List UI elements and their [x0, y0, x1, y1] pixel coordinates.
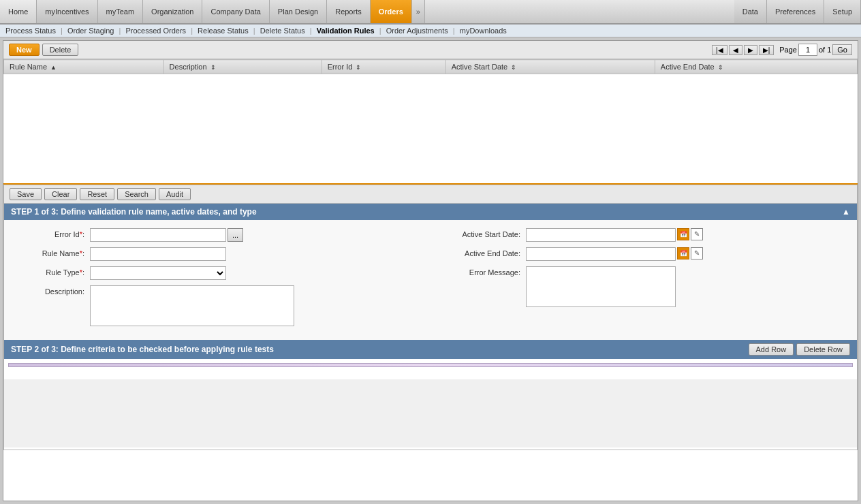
description-row: Description: — [15, 285, 424, 326]
pagination: |◀ ◀ ▶ ▶| Page of 1 Go — [712, 44, 852, 56]
top-nav: HomemyIncentivesmyTeamOrganizationCompan… — [0, 0, 861, 25]
subnav-item-delete-status[interactable]: Delete Status — [260, 27, 305, 35]
col-error-id[interactable]: Error Id ⇕ — [322, 60, 445, 74]
active-start-date-label: Active Start Date: — [437, 228, 526, 238]
clear-button[interactable]: Clear — [44, 188, 77, 200]
subnav-item-order-staging[interactable]: Order Staging — [67, 27, 114, 35]
step2-header: STEP 2 of 3: Define criteria to be check… — [4, 340, 857, 359]
form-scroll-area[interactable]: Save Clear Reset Search Audit STEP 1 of … — [3, 185, 858, 450]
col-rule-name[interactable]: Rule Name ▲ — [4, 60, 164, 74]
step2-content — [4, 359, 857, 379]
table-body — [4, 74, 858, 183]
nav-tabs-left: HomemyIncentivesmyTeamOrganizationCompan… — [0, 0, 412, 23]
nav-tab-myteam[interactable]: myTeam — [98, 0, 144, 23]
go-button[interactable]: Go — [832, 44, 852, 55]
col-active-end-date[interactable]: Active End Date ⇕ — [655, 60, 857, 74]
rule-type-label: Rule Type*: — [15, 266, 90, 277]
table-toolbar: New Delete |◀ ◀ ▶ ▶| Page of 1 Go — [3, 41, 858, 59]
save-button[interactable]: Save — [10, 188, 42, 200]
error-id-browse-button[interactable]: ... — [228, 228, 243, 242]
active-start-date-input[interactable] — [526, 228, 676, 242]
error-id-row: Error Id*: ... — [15, 228, 424, 242]
audit-button[interactable]: Audit — [159, 188, 191, 200]
nav-tab-plan-design[interactable]: Plan Design — [270, 0, 327, 23]
next-page-button[interactable]: ▶ — [744, 45, 757, 55]
page-input[interactable] — [798, 44, 817, 56]
error-id-label: Error Id*: — [15, 228, 90, 238]
active-end-date-row: Active End Date: 📅 ✎ — [437, 247, 846, 261]
first-page-button[interactable]: |◀ — [712, 45, 727, 55]
description-label: Description: — [15, 285, 90, 296]
form-columns: Error Id*: ... Rule Name*: — [15, 228, 846, 332]
error-message-textarea[interactable] — [526, 266, 676, 307]
of-label: of 1 — [819, 46, 831, 54]
data-table: Rule Name ▲Description ⇕Error Id ⇕Active… — [3, 59, 858, 183]
form-col-left: Error Id*: ... Rule Name*: — [15, 228, 437, 332]
subnav-item-process-status[interactable]: Process Status — [5, 27, 56, 35]
step1-form: Error Id*: ... Rule Name*: — [4, 220, 857, 340]
bottom-spacer — [4, 379, 857, 447]
error-id-input[interactable] — [90, 228, 226, 242]
nav-tab-organization[interactable]: Organization — [143, 0, 202, 23]
page-label: Page — [779, 46, 797, 54]
search-button[interactable]: Search — [117, 188, 156, 200]
nav-tab-right-preferences[interactable]: Preferences — [767, 0, 824, 23]
active-start-date-edit-icon[interactable]: ✎ — [691, 228, 703, 240]
sub-nav: Process Status | Order Staging | Process… — [0, 25, 861, 37]
active-end-date-edit-icon[interactable]: ✎ — [691, 247, 703, 259]
nav-tab-right-setup[interactable]: Setup — [824, 0, 861, 23]
form-toolbar: Save Clear Reset Search Audit — [4, 185, 857, 204]
rule-type-row: Rule Type*: — [15, 266, 424, 280]
step1-collapse-icon[interactable]: ▲ — [842, 207, 850, 217]
form-col-right: Active Start Date: 📅 ✎ Active End Date: — [437, 228, 846, 332]
active-end-date-calendar-icon[interactable]: 📅 — [677, 247, 689, 259]
nav-tab-home[interactable]: Home — [0, 0, 37, 23]
nav-more-button[interactable]: » — [412, 0, 425, 23]
table-area: Rule Name ▲Description ⇕Error Id ⇕Active… — [3, 59, 858, 185]
active-end-date-input[interactable] — [526, 247, 676, 261]
error-message-label: Error Message: — [437, 266, 526, 277]
active-end-date-label: Active End Date: — [437, 247, 526, 257]
nav-tab-company-data[interactable]: Company Data — [202, 0, 269, 23]
table-header: Rule Name ▲Description ⇕Error Id ⇕Active… — [4, 60, 858, 74]
prev-page-button[interactable]: ◀ — [729, 45, 742, 55]
rule-name-row: Rule Name*: — [15, 247, 424, 261]
delete-button[interactable]: Delete — [42, 44, 79, 56]
content-area: New Delete |◀ ◀ ▶ ▶| Page of 1 Go Rule N… — [3, 40, 858, 501]
last-page-button[interactable]: ▶| — [759, 45, 774, 55]
active-start-date-calendar-icon[interactable]: 📅 — [677, 228, 689, 240]
col-active-start-date[interactable]: Active Start Date ⇕ — [445, 60, 655, 74]
add-row-button[interactable]: Add Row — [749, 343, 794, 356]
rule-name-input[interactable] — [90, 247, 226, 261]
subnav-item-release-status[interactable]: Release Status — [198, 27, 249, 35]
subnav-item-processed-orders[interactable]: Processed Orders — [125, 27, 186, 35]
rule-name-label: Rule Name*: — [15, 247, 90, 257]
rule-type-select[interactable] — [90, 266, 226, 280]
step2-actions: Add Row Delete Row — [749, 343, 851, 356]
nav-tabs-right: DataPreferencesSetup — [734, 0, 861, 23]
nav-tab-reports[interactable]: Reports — [327, 0, 371, 23]
subnav-item-order-adjustments[interactable]: Order Adjustments — [386, 27, 448, 35]
delete-row-button[interactable]: Delete Row — [796, 343, 850, 356]
new-button[interactable]: New — [9, 44, 40, 56]
nav-tab-myincentives[interactable]: myIncentives — [37, 0, 97, 23]
error-message-row: Error Message: — [437, 266, 846, 307]
step2-table-bar — [8, 363, 853, 367]
subnav-item-validation-rules[interactable]: Validation Rules — [317, 27, 375, 35]
col-description[interactable]: Description ⇕ — [163, 60, 322, 74]
step1-header: STEP 1 of 3: Define validation rule name… — [4, 204, 857, 220]
active-start-date-row: Active Start Date: 📅 ✎ — [437, 228, 846, 242]
reset-button[interactable]: Reset — [80, 188, 114, 200]
subnav-item-mydownloads[interactable]: myDownloads — [460, 27, 507, 35]
description-textarea[interactable] — [90, 285, 294, 326]
nav-tab-right-data[interactable]: Data — [734, 0, 767, 23]
nav-tab-orders[interactable]: Orders — [371, 0, 412, 23]
